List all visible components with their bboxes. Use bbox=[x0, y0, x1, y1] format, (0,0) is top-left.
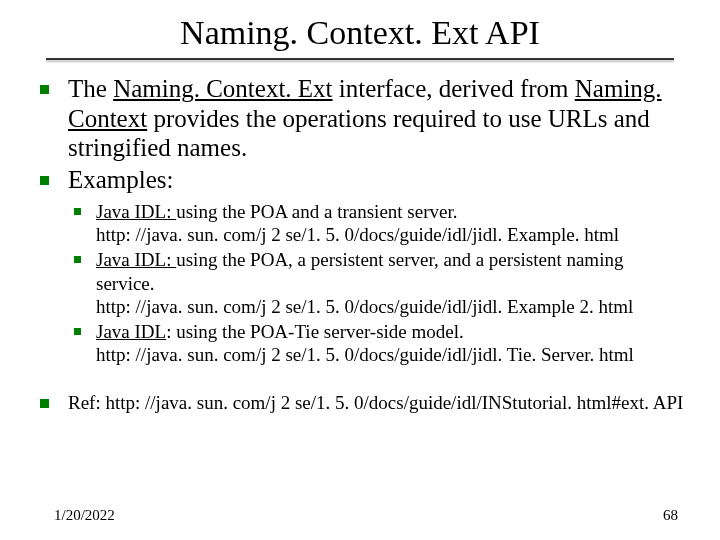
ref-text: Ref: http: //java. sun. com/j 2 se/1. 5.… bbox=[68, 392, 683, 413]
sub-1-url: http: //java. sun. com/j 2 se/1. 5. 0/do… bbox=[96, 224, 619, 245]
sub-1-rest: using the POA and a transient server. bbox=[176, 201, 457, 222]
sub-3-url: http: //java. sun. com/j 2 se/1. 5. 0/do… bbox=[96, 344, 634, 365]
slide-body: The Naming. Context. Ext interface, deri… bbox=[0, 74, 720, 415]
sub-1-u: Java IDL: bbox=[96, 201, 176, 222]
sub-3-u: Java IDL bbox=[96, 321, 166, 342]
sub-3-rest: : using the POA-Tie server-side model. bbox=[166, 321, 464, 342]
ref-bullet: Ref: http: //java. sun. com/j 2 se/1. 5.… bbox=[34, 392, 686, 415]
bullet-1-u1: Naming. Context. Ext bbox=[113, 75, 332, 102]
slide-footer: 1/20/2022 68 bbox=[0, 507, 720, 524]
slide-title: Naming. Context. Ext API bbox=[0, 0, 720, 58]
bullet-2: Examples: Java IDL: using the POA and a … bbox=[34, 165, 686, 367]
footer-page: 68 bbox=[663, 507, 678, 524]
bullet-2-text: Examples: bbox=[68, 166, 174, 193]
footer-date: 1/20/2022 bbox=[54, 507, 115, 524]
bullet-1: The Naming. Context. Ext interface, deri… bbox=[34, 74, 686, 163]
sub-bullet-3: Java IDL: using the POA-Tie server-side … bbox=[68, 320, 686, 366]
sub-2-rest: using the POA, a persistent server, and … bbox=[96, 249, 623, 293]
sub-bullet-1: Java IDL: using the POA and a transient … bbox=[68, 200, 686, 246]
bullet-1-pre: The bbox=[68, 75, 113, 102]
bullet-1-post: provides the operations required to use … bbox=[68, 105, 650, 162]
title-rule bbox=[46, 58, 674, 60]
sub-2-url: http: //java. sun. com/j 2 se/1. 5. 0/do… bbox=[96, 296, 633, 317]
sub-2-u: Java IDL: bbox=[96, 249, 176, 270]
bullet-1-mid: interface, derived from bbox=[333, 75, 575, 102]
sub-bullet-2: Java IDL: using the POA, a persistent se… bbox=[68, 248, 686, 318]
